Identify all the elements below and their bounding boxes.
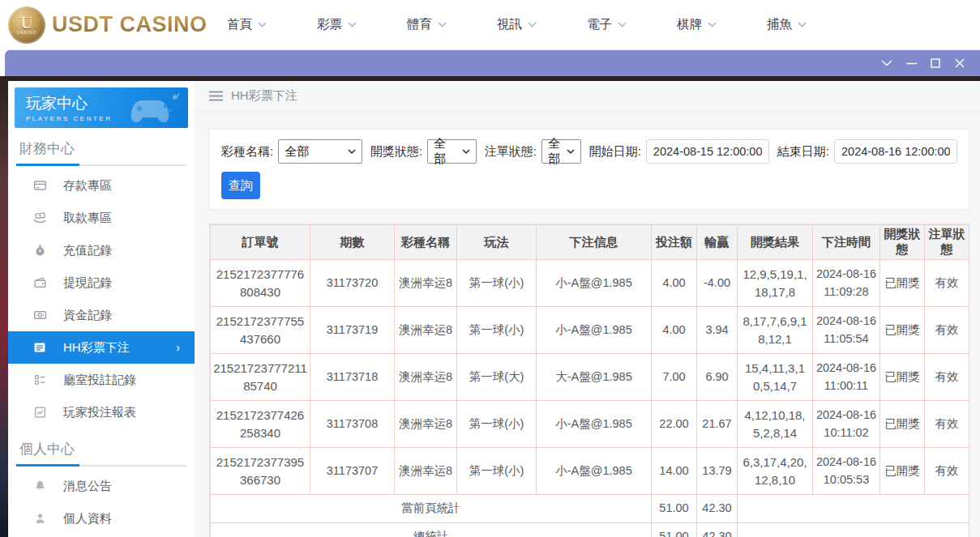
svg-text:¥: ¥ bbox=[38, 248, 41, 254]
table-header-row: 訂單號 期數 彩種名稱 玩法 下注信息 投注額 輸贏 開獎結果 下注時間 開獎狀… bbox=[211, 225, 969, 260]
draw-status-select[interactable]: 全部 bbox=[427, 139, 477, 164]
cell-play-type: 第一球(小) bbox=[457, 307, 537, 354]
main-nav: 首頁 彩票 體育 視訊 電子 棋牌 bbox=[227, 16, 807, 33]
site-logo[interactable]: U CASINO USDT CASINO bbox=[8, 6, 211, 44]
chevron-down-icon bbox=[348, 149, 356, 154]
lottery-name-value: 全部 bbox=[285, 144, 309, 160]
lottery-list-icon bbox=[32, 341, 47, 354]
nav-item-slots[interactable]: 電子 bbox=[587, 16, 627, 33]
wallet-icon bbox=[32, 276, 47, 289]
site-topbar: U CASINO USDT CASINO 首頁 彩票 體育 視訊 bbox=[0, 0, 980, 50]
summary-bet-total: 51.00 bbox=[652, 495, 697, 523]
nav-item-sports[interactable]: 體育 bbox=[407, 16, 447, 33]
nav-item-cards[interactable]: 棋牌 bbox=[677, 16, 717, 33]
chevron-down-icon bbox=[438, 22, 447, 28]
summary-winloss-total: 42.30 bbox=[697, 523, 738, 537]
query-button[interactable]: 查詢 bbox=[221, 172, 260, 199]
bets-table-card: 訂單號 期數 彩種名稱 玩法 下注信息 投注額 輸贏 開獎結果 下注時間 開獎狀… bbox=[209, 224, 969, 537]
maximize-icon[interactable] bbox=[923, 53, 948, 73]
cell-draw-result: 8,17,7,6,9,18,12,1 bbox=[738, 307, 813, 354]
cell-bet-time: 2024-08-16 11:00:11 bbox=[813, 354, 880, 401]
chevron-right-icon: › bbox=[176, 341, 180, 354]
sidebar-item-player-bet-report[interactable]: 玩家投注報表 bbox=[15, 396, 188, 428]
cell-bet-amount: 4.00 bbox=[652, 307, 697, 354]
chevron-down-icon bbox=[528, 22, 537, 28]
col-play-type: 玩法 bbox=[457, 225, 537, 260]
cell-order-status: 有效 bbox=[925, 260, 969, 307]
draw-status-value: 全部 bbox=[434, 136, 457, 167]
nav-item-fishing[interactable]: 捕魚 bbox=[767, 16, 807, 33]
summary-empty bbox=[738, 495, 969, 523]
cell-bet-amount: 7.00 bbox=[652, 354, 697, 401]
lottery-name-label: 彩種名稱: bbox=[221, 144, 273, 160]
sidebar-item-label: 提現記錄 bbox=[63, 275, 112, 291]
nav-item-label: 電子 bbox=[587, 16, 612, 33]
cell-draw-status: 已開獎 bbox=[880, 354, 925, 401]
app-window: U CASINO USDT CASINO 首頁 彩票 體育 視訊 bbox=[0, 0, 980, 537]
start-date-input[interactable] bbox=[646, 139, 769, 164]
cell-order-id: 2152172377776808430 bbox=[211, 260, 310, 307]
sidebar-item-announcements[interactable]: 消息公告 bbox=[15, 470, 188, 502]
sidebar-item-withdrawal-record[interactable]: 提現記錄 bbox=[15, 266, 188, 299]
order-status-select[interactable]: 全部 bbox=[541, 139, 581, 164]
nav-item-home[interactable]: 首頁 bbox=[227, 16, 267, 33]
col-bet-amount: 投注額 bbox=[652, 225, 697, 260]
logo-ball-icon: U CASINO bbox=[8, 6, 45, 44]
end-date-input[interactable] bbox=[834, 139, 957, 164]
sidebar-item-recharge-record[interactable]: ¥ 充值記錄 bbox=[15, 234, 188, 266]
sidebar-item-deposit[interactable]: 存款專區 bbox=[15, 169, 188, 202]
filter-panel: 彩種名稱: 全部 開獎狀態: 全部 注單狀態: 全部 開始 bbox=[209, 129, 969, 210]
close-icon[interactable] bbox=[948, 53, 972, 73]
col-bet-info: 下注信息 bbox=[537, 225, 652, 260]
start-date-label: 開始日期: bbox=[589, 144, 641, 160]
nav-item-label: 視訊 bbox=[497, 16, 522, 33]
cell-lottery-name: 澳洲幸运8 bbox=[395, 401, 457, 448]
cell-order-status: 有效 bbox=[925, 401, 969, 448]
sidebar-item-label: 廳室投註記錄 bbox=[63, 373, 136, 388]
sidebar-item-room-bet-record[interactable]: 廳室投註記錄 bbox=[15, 364, 188, 396]
bell-icon bbox=[32, 479, 47, 492]
page-header: HH彩票下注 bbox=[195, 81, 980, 112]
deposit-card-icon bbox=[32, 179, 47, 192]
col-draw-status: 開獎狀態 bbox=[880, 225, 925, 260]
sidebar-item-label: 玩家投注報表 bbox=[63, 405, 136, 420]
grand-total-summary-row: 總統計 51.00 42.30 bbox=[211, 523, 969, 537]
lottery-name-select[interactable]: 全部 bbox=[278, 139, 362, 164]
cell-bet-amount: 14.00 bbox=[652, 448, 697, 495]
cell-lottery-name: 澳洲幸运8 bbox=[395, 448, 457, 495]
chevron-down-icon bbox=[258, 22, 267, 28]
sidebar-item-hh-lottery-bets[interactable]: HH彩票下注 › bbox=[8, 331, 195, 364]
titlebar-chevron-down-icon[interactable] bbox=[875, 53, 899, 73]
logo-mini-text: CASINO bbox=[16, 30, 36, 35]
cell-period: 31173720 bbox=[310, 260, 395, 307]
hamburger-icon[interactable] bbox=[209, 91, 223, 101]
cell-bet-amount: 22.00 bbox=[652, 401, 697, 448]
cell-play-type: 第一球(小) bbox=[457, 260, 537, 307]
players-center-header: 玩家中心 PLAYERS CENTER bbox=[15, 87, 188, 128]
nav-item-live[interactable]: 視訊 bbox=[497, 16, 537, 33]
cell-period: 31173707 bbox=[310, 448, 395, 495]
cell-draw-result: 4,12,10,18,5,2,8,14 bbox=[738, 401, 813, 448]
cell-lottery-name: 澳洲幸运8 bbox=[395, 260, 457, 307]
col-bet-time: 下注時間 bbox=[813, 225, 880, 260]
cell-draw-result: 6,3,17,4,20,12,8,10 bbox=[738, 448, 813, 495]
chevron-down-icon bbox=[798, 22, 807, 28]
cell-draw-status: 已開獎 bbox=[880, 260, 925, 307]
person-icon bbox=[32, 512, 47, 525]
table-row: 2152172377755437660 31173719 澳洲幸运8 第一球(小… bbox=[211, 307, 969, 354]
bets-table: 訂單號 期數 彩種名稱 玩法 下注信息 投注額 輸贏 開獎結果 下注時間 開獎狀… bbox=[210, 224, 969, 537]
sidebar-item-profile[interactable]: 個人資料 bbox=[15, 502, 188, 535]
minimize-icon[interactable] bbox=[899, 53, 923, 73]
nav-item-label: 捕魚 bbox=[767, 16, 792, 33]
section-divider bbox=[16, 465, 186, 467]
funds-icon bbox=[32, 309, 47, 322]
sidebar-item-withdraw[interactable]: 取款專區 bbox=[15, 202, 188, 234]
summary-label: 總統計 bbox=[211, 523, 652, 537]
cell-winloss: 6.90 bbox=[697, 354, 738, 401]
logo-text: USDT CASINO bbox=[52, 12, 208, 37]
withdraw-hand-icon bbox=[32, 211, 47, 224]
nav-item-lottery[interactable]: 彩票 bbox=[317, 16, 357, 33]
chevron-down-icon bbox=[618, 22, 627, 28]
cell-order-id: 2152172377395366730 bbox=[211, 448, 310, 495]
sidebar-item-funds-record[interactable]: 資金記錄 bbox=[15, 299, 188, 331]
